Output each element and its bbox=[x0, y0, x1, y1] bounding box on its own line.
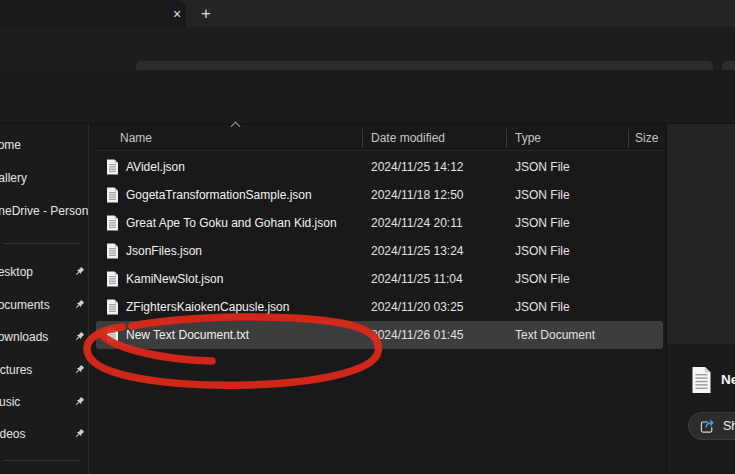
column-separator[interactable] bbox=[362, 129, 363, 148]
navigation-bar: ··· SparkingZERO Mods ZeroSpark Json bbox=[0, 27, 735, 70]
sidebar-item-label: OneDrive - Personal bbox=[0, 204, 89, 218]
active-tab[interactable] bbox=[0, 0, 186, 27]
tab-bar: × + bbox=[0, 0, 735, 27]
pin-icon bbox=[74, 396, 85, 407]
sidebar-item-downloads[interactable]: Downloads bbox=[0, 324, 88, 350]
file-row[interactable]: Great Ape To Goku and Gohan Kid.json 202… bbox=[96, 209, 663, 237]
file-name: ZFightersKaiokenCapusle.json bbox=[126, 300, 289, 314]
sidebar-item-label: Videos bbox=[0, 427, 25, 441]
sidebar-item-label: Home bbox=[0, 138, 21, 152]
file-icon bbox=[106, 187, 119, 203]
sidebar-item-music[interactable]: Music bbox=[0, 389, 88, 415]
file-name: KamiNewSlot.json bbox=[126, 272, 223, 286]
file-type: JSON File bbox=[515, 188, 570, 202]
pin-icon bbox=[74, 364, 85, 375]
column-header-size[interactable]: Size bbox=[635, 131, 658, 145]
file-type: JSON File bbox=[515, 244, 570, 258]
column-header-name[interactable]: Name bbox=[120, 131, 152, 145]
pin-icon bbox=[74, 299, 85, 310]
sidebar-item-desktop[interactable]: Desktop bbox=[0, 259, 88, 285]
column-separator[interactable] bbox=[506, 129, 507, 148]
details-pane-preview bbox=[667, 124, 735, 344]
file-row[interactable]: GogetaTransformationSample.json 2024/11/… bbox=[96, 181, 663, 209]
sidebar-item-label: Pictures bbox=[0, 363, 32, 377]
sidebar: Home Gallery OneDrive - Personal Desktop… bbox=[0, 124, 89, 474]
file-name: AVidel.json bbox=[126, 160, 185, 174]
sidebar-item-videos[interactable]: Videos bbox=[0, 421, 88, 447]
sidebar-item-label: Music bbox=[0, 395, 20, 409]
share-label: Share bbox=[723, 419, 735, 433]
details-pane bbox=[667, 344, 735, 474]
file-icon bbox=[106, 215, 119, 231]
file-date: 2024/11/25 14:12 bbox=[371, 160, 464, 174]
file-row[interactable]: AVidel.json 2024/11/25 14:12 JSON File bbox=[96, 153, 663, 181]
file-row[interactable]: JsonFiles.json 2024/11/25 13:24 JSON Fil… bbox=[96, 237, 663, 265]
file-icon bbox=[106, 299, 119, 315]
file-date: 2024/11/25 11:04 bbox=[371, 272, 463, 286]
file-name: Great Ape To Goku and Gohan Kid.json bbox=[126, 216, 337, 230]
sidebar-divider bbox=[4, 460, 80, 461]
file-type: JSON File bbox=[515, 216, 570, 230]
file-icon bbox=[106, 159, 119, 175]
sidebar-divider bbox=[4, 243, 80, 244]
sidebar-item-label: Desktop bbox=[0, 265, 33, 279]
sidebar-item-label: Gallery bbox=[0, 171, 27, 185]
file-name: GogetaTransformationSample.json bbox=[126, 188, 312, 202]
command-bar: A Sort View bbox=[0, 70, 735, 124]
sidebar-item-onedrive[interactable]: OneDrive - Personal bbox=[0, 198, 88, 224]
file-date: 2024/11/26 01:45 bbox=[371, 328, 464, 342]
pin-icon bbox=[74, 331, 85, 342]
sidebar-item-pictures[interactable]: Pictures bbox=[0, 357, 88, 383]
file-date: 2024/11/18 12:50 bbox=[371, 188, 464, 202]
file-row[interactable]: ZFightersKaiokenCapusle.json 2024/11/20 … bbox=[96, 293, 663, 321]
sidebar-item-label: Downloads bbox=[0, 330, 48, 344]
file-type: JSON File bbox=[515, 272, 570, 286]
pin-icon bbox=[74, 266, 85, 277]
file-row-selected[interactable]: New Text Document.txt 2024/11/26 01:45 T… bbox=[96, 321, 663, 349]
details-file-name: New Text Document.txt bbox=[721, 372, 735, 387]
file-type: JSON File bbox=[515, 300, 570, 314]
file-date: 2024/11/25 13:24 bbox=[371, 244, 464, 258]
sidebar-item-home[interactable]: Home bbox=[0, 132, 88, 158]
file-date: 2024/11/24 20:11 bbox=[371, 216, 463, 230]
file-explorer-window: × + ··· SparkingZERO Mods bbox=[0, 0, 735, 474]
column-headers: Name Date modified Type Size bbox=[96, 127, 665, 150]
file-name: JsonFiles.json bbox=[126, 244, 202, 258]
details-share-button[interactable]: Share bbox=[688, 412, 735, 440]
selected-file-big-icon bbox=[691, 366, 712, 394]
share-icon bbox=[699, 418, 716, 435]
pin-icon bbox=[74, 428, 85, 439]
file-icon bbox=[106, 327, 119, 343]
header-underline bbox=[96, 150, 665, 151]
file-icon bbox=[106, 271, 119, 287]
file-date: 2024/11/20 03:25 bbox=[371, 300, 464, 314]
file-name: New Text Document.txt bbox=[126, 328, 249, 342]
sidebar-item-documents[interactable]: Documents bbox=[0, 292, 88, 318]
file-type: Text Document bbox=[515, 328, 595, 342]
file-icon bbox=[106, 243, 119, 259]
file-row[interactable]: KamiNewSlot.json 2024/11/25 11:04 JSON F… bbox=[96, 265, 663, 293]
tab-close-icon[interactable]: × bbox=[166, 3, 188, 24]
column-header-date-modified[interactable]: Date modified bbox=[371, 131, 445, 145]
column-header-type[interactable]: Type bbox=[515, 131, 541, 145]
column-separator[interactable] bbox=[628, 129, 629, 148]
file-type: JSON File bbox=[515, 160, 570, 174]
sidebar-item-gallery[interactable]: Gallery bbox=[0, 165, 88, 191]
sidebar-item-label: Documents bbox=[0, 298, 50, 312]
new-tab-button[interactable]: + bbox=[194, 3, 218, 24]
